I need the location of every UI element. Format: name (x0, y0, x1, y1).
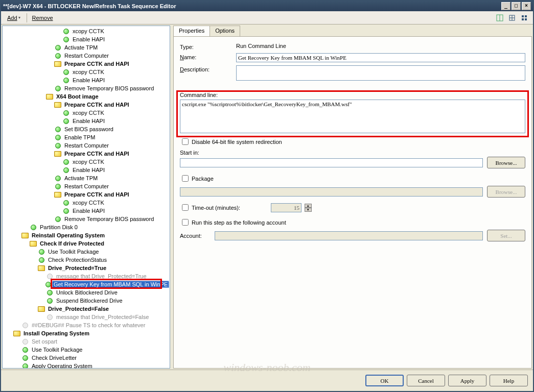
spin-down-icon[interactable]: ▾ (305, 208, 312, 212)
name-field[interactable] (236, 53, 525, 62)
tree-item-label: Prepare CCTK and HAPI (63, 191, 131, 198)
maximize-icon[interactable]: □ (512, 2, 521, 10)
tree-item[interactable]: Restart Computer (4, 182, 170, 190)
package-browse-button: Browse... (487, 186, 525, 198)
separator (27, 13, 27, 22)
tree-item[interactable]: Use Toolkit Package (4, 248, 170, 256)
add-button[interactable]: Add ▾ (4, 14, 24, 22)
tree-item[interactable]: xcopy CCTK (4, 158, 170, 166)
tree-item[interactable]: message that Drive_Protected=True (4, 272, 170, 280)
tree-item[interactable]: xcopy CCTK (4, 109, 170, 117)
tree-item[interactable]: xcopy CCTK (4, 199, 170, 207)
tree-item-label: Remove Temporary BIOS password (63, 85, 155, 92)
package-checkbox[interactable] (182, 175, 189, 182)
tree-item[interactable]: Suspend Bitlockered Drive (4, 297, 170, 305)
step-icon (62, 76, 70, 84)
tree-item-label: Activate TPM (63, 175, 99, 182)
folder-icon (54, 150, 62, 158)
disable-64bit-checkbox[interactable] (182, 138, 189, 145)
tree-item-label: Set ospart (30, 338, 59, 345)
tree-item[interactable]: message that Drive_Protected=False (4, 313, 170, 321)
tree-item[interactable]: Get Recovery Key from MBAM SQL in WinPE (4, 280, 170, 288)
tree-item[interactable]: Enable HAPI (4, 207, 170, 215)
dialog-footer: OK Cancel Apply Help (1, 370, 533, 391)
cancel-button[interactable]: Cancel (407, 375, 445, 386)
tree-item[interactable]: Prepare CCTK and HAPI (4, 150, 170, 158)
tree-item[interactable]: Enable HAPI (4, 76, 170, 84)
chevron-down-icon: ▾ (18, 15, 20, 20)
tree-item-label: xcopy CCTK (71, 199, 106, 206)
spin-up-icon[interactable]: ▴ (305, 204, 312, 208)
step-icon (62, 158, 70, 166)
help-button[interactable]: Help (490, 375, 528, 386)
window-title: **[dev]-W7 X64 - BITLOCKER New/Refresh T… (3, 3, 500, 9)
tree-item[interactable]: Check If drive Protected (4, 239, 170, 248)
tree-item[interactable]: Enable HAPI (4, 166, 170, 174)
tab-options[interactable]: Options (210, 26, 240, 36)
tree-item[interactable]: Check DriveLetter (4, 354, 170, 362)
tree-item[interactable]: Remove Temporary BIOS password (4, 215, 170, 223)
folder-icon (21, 231, 29, 239)
tree-item[interactable]: Drive_Protected=False (4, 305, 170, 313)
properties-panel: Type: Run Command Line Name: Description… (173, 36, 532, 369)
pane-toggle-icon[interactable] (494, 12, 505, 23)
tree-item[interactable]: Prepare CCTK and HAPI (4, 101, 170, 109)
step-icon (45, 288, 54, 297)
tree-item[interactable]: Prepare CCTK and HAPI (4, 60, 170, 68)
minimize-icon[interactable]: _ (501, 2, 510, 10)
tree-item[interactable]: Drive_Protected=True (4, 264, 170, 272)
tree-item[interactable]: Prepare CCTK and HAPI (4, 190, 170, 199)
add-label: Add (7, 15, 17, 21)
tree-item[interactable]: Restart Computer (4, 52, 170, 60)
step-icon (62, 109, 70, 117)
tree-item[interactable]: ##DEBUG## Pause TS to check for whatever (4, 321, 170, 329)
tree-item[interactable]: X64 Boot image (4, 92, 170, 101)
tree-item[interactable]: Unlock Bitlockered Drive (4, 288, 170, 297)
step-icon (62, 166, 70, 174)
apply-button[interactable]: Apply (448, 375, 486, 386)
tree-item[interactable]: Apply Operating System (4, 362, 170, 369)
description-field[interactable] (236, 65, 525, 81)
remove-button[interactable]: Remove (29, 14, 56, 22)
startin-browse-button[interactable]: Browse... (487, 157, 525, 168)
startin-field[interactable] (180, 158, 483, 167)
account-label: Account: (180, 233, 211, 239)
timeout-field (271, 203, 301, 212)
tree-item[interactable]: Activate TPM (4, 174, 170, 182)
tree-item[interactable]: Reinstall Operating System (4, 231, 170, 239)
command-line-field[interactable] (180, 100, 525, 133)
tree-item-label: Drive_Protected=False (47, 305, 110, 312)
timeout-checkbox[interactable] (182, 204, 189, 211)
tree-item[interactable]: Restart Computer (4, 141, 170, 150)
tree-item[interactable]: Use Toolkit Package (4, 346, 170, 354)
tree-item[interactable]: Enable HAPI (4, 35, 170, 43)
tree-item[interactable]: Set BIOS password (4, 125, 170, 133)
tree-item[interactable]: Partition Disk 0 (4, 223, 170, 231)
tree-item[interactable]: Enable TPM (4, 133, 170, 141)
tree-item-label: Partition Disk 0 (38, 224, 79, 231)
tree-item-label: Unlock Bitlockered Drive (55, 289, 119, 296)
tree-item[interactable]: Check ProtectionStatus (4, 256, 170, 264)
set-button: Set... (487, 230, 525, 241)
folder-icon (54, 101, 62, 109)
folder-icon (54, 190, 62, 199)
tree-item[interactable]: Enable HAPI (4, 117, 170, 125)
tree-item[interactable]: xcopy CCTK (4, 68, 170, 76)
tree-item-label: Prepare CCTK and HAPI (63, 101, 131, 108)
tree-item[interactable]: Activate TPM (4, 43, 170, 52)
tree-item[interactable]: Install Operating System (4, 329, 170, 337)
ok-button[interactable]: OK (365, 375, 404, 386)
tree-item[interactable]: xcopy CCTK (4, 27, 170, 35)
folder-icon (29, 239, 37, 248)
folder-icon (37, 264, 45, 272)
task-tree[interactable]: xcopy CCTKEnable HAPIActivate TPMRestart… (2, 26, 170, 369)
tree-item-label: Enable HAPI (71, 117, 106, 125)
runas-checkbox[interactable] (182, 219, 189, 226)
close-icon[interactable]: × (522, 2, 531, 10)
step-icon (21, 354, 29, 362)
options-grid-icon[interactable] (519, 12, 530, 23)
tab-properties[interactable]: Properties (173, 26, 210, 36)
tree-item[interactable]: Remove Temporary BIOS password (4, 84, 170, 92)
conditions-icon[interactable] (506, 12, 518, 23)
tree-item[interactable]: Set ospart (4, 337, 170, 346)
